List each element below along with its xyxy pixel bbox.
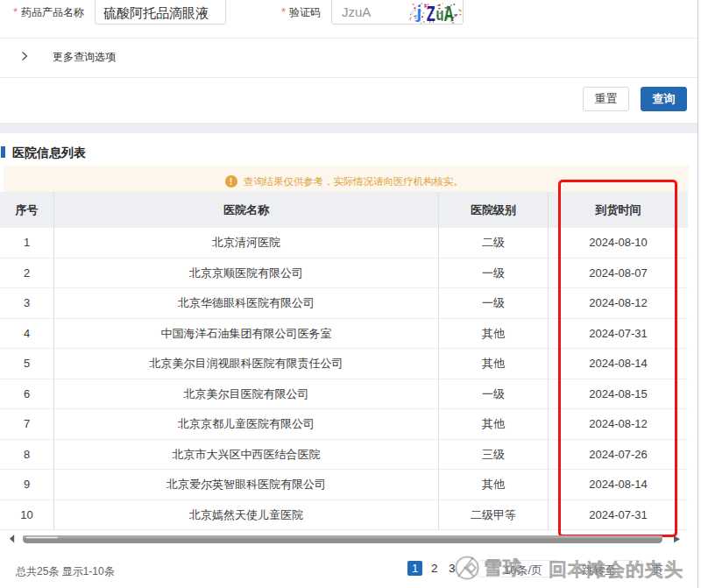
svg-text:u: u	[436, 4, 444, 24]
svg-text:Z: Z	[427, 3, 435, 24]
svg-text:A: A	[443, 3, 454, 24]
svg-text:j: j	[416, 3, 422, 22]
